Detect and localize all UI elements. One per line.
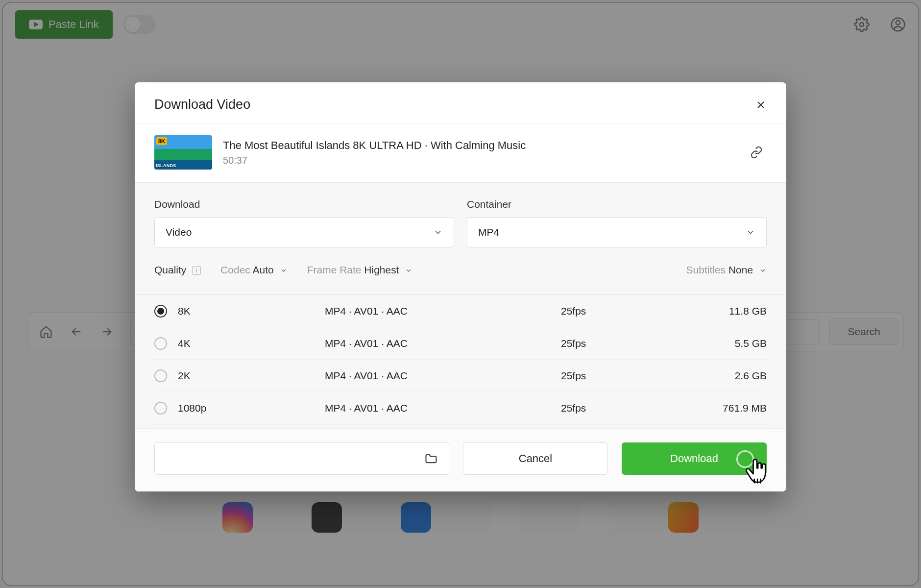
video-thumbnail: 8K ISLANDS	[154, 135, 212, 170]
quality-row[interactable]: 8K MP4 · AV01 · AAC 25fps 11.8 GB	[154, 295, 767, 327]
quality-name: 8K	[178, 305, 325, 317]
copy-link-icon[interactable]	[750, 146, 763, 159]
download-type-group: Download Video	[154, 198, 454, 247]
download-video-modal: Download Video 8K ISLANDS The Most Beaut…	[135, 82, 786, 491]
radio-icon[interactable]	[154, 337, 167, 350]
quality-codec: MP4 · AV01 · AAC	[325, 402, 561, 414]
chevron-down-icon	[433, 227, 443, 237]
quality-codec: MP4 · AV01 · AAC	[325, 338, 561, 349]
quality-name: 1080p	[178, 402, 325, 414]
lightbulb-icon	[129, 21, 137, 28]
container-group: Container MP4	[467, 198, 767, 247]
folder-icon	[424, 452, 438, 466]
chevron-down-icon	[405, 267, 412, 274]
framerate-label: Frame Rate	[307, 264, 362, 275]
modal-header: Download Video	[135, 82, 786, 123]
quality-codec: MP4 · AV01 · AAC	[325, 370, 561, 382]
quality-row[interactable]: 2K MP4 · AV01 · AAC 25fps 2.6 GB	[154, 360, 767, 392]
video-info-row: 8K ISLANDS The Most Beautiful Islands 8K…	[135, 123, 786, 183]
container-label: Container	[467, 198, 767, 210]
quality-size: 2.6 GB	[659, 370, 767, 382]
download-type-label: Download	[154, 198, 454, 210]
container-value: MP4	[478, 226, 499, 238]
modal-footer: Cancel Download	[135, 428, 786, 491]
codec-filter[interactable]: Codec Auto	[220, 264, 287, 276]
chevron-down-icon	[759, 267, 767, 274]
video-info: The Most Beautiful Islands 8K ULTRA HD ·…	[223, 139, 739, 166]
close-icon[interactable]	[755, 99, 767, 111]
quality-fps: 25fps	[561, 370, 659, 382]
chevron-down-icon	[746, 227, 755, 237]
quality-fps: 25fps	[561, 305, 659, 317]
download-type-select[interactable]: Video	[154, 217, 454, 247]
quality-list: 8K MP4 · AV01 · AAC 25fps 11.8 GB 4K MP4…	[135, 295, 786, 428]
video-title: The Most Beautiful Islands 8K ULTRA HD ·…	[223, 139, 739, 152]
framerate-filter[interactable]: Frame Rate Highest	[307, 264, 413, 276]
subtitles-value: None	[728, 264, 753, 275]
quality-size: 11.8 GB	[659, 305, 767, 317]
thumbnail-badge: 8K	[156, 137, 167, 145]
quality-size: 5.5 GB	[659, 338, 767, 349]
framerate-value: Highest	[364, 264, 399, 275]
filter-row: Quality i Codec Auto Frame Rate Highest …	[154, 264, 767, 290]
quality-label: Quality	[154, 264, 186, 275]
quality-filter[interactable]: Quality i	[154, 264, 201, 276]
thumbnail-caption: ISLANDS	[156, 163, 176, 168]
quality-name: 4K	[178, 338, 325, 349]
quality-row[interactable]: 1080p MP4 · AV01 · AAC 25fps 761.9 MB	[154, 392, 767, 424]
radio-icon[interactable]	[154, 369, 167, 382]
quality-codec: MP4 · AV01 · AAC	[325, 305, 561, 317]
radio-selected-icon[interactable]	[154, 305, 167, 318]
codec-value: Auto	[253, 264, 274, 275]
quality-fps: 25fps	[561, 402, 659, 414]
quality-row[interactable]: 4K MP4 · AV01 · AAC 25fps 5.5 GB	[154, 327, 767, 360]
download-button[interactable]: Download	[622, 442, 767, 475]
video-duration: 50:37	[223, 155, 739, 166]
quality-size: 761.9 MB	[659, 402, 767, 414]
cursor-hand-icon	[743, 458, 770, 488]
subtitles-label: Subtitles	[686, 264, 726, 275]
options-area: Download Video Container MP4 Qualit	[135, 183, 786, 295]
modal-overlay: Download Video 8K ISLANDS The Most Beaut…	[0, 0, 921, 588]
cancel-button[interactable]: Cancel	[463, 442, 608, 475]
info-icon[interactable]: i	[192, 266, 201, 275]
chevron-down-icon	[280, 267, 288, 274]
quality-fps: 25fps	[561, 338, 659, 349]
download-button-label: Download	[670, 452, 718, 465]
destination-folder-box[interactable]	[154, 442, 449, 475]
download-type-value: Video	[166, 226, 192, 238]
radio-icon[interactable]	[154, 402, 167, 415]
modal-title: Download Video	[154, 97, 250, 112]
select-row: Download Video Container MP4	[154, 198, 767, 247]
quality-name: 2K	[178, 370, 325, 382]
container-select[interactable]: MP4	[467, 217, 767, 247]
subtitles-filter[interactable]: Subtitles None	[686, 264, 767, 276]
codec-label: Codec	[220, 264, 250, 275]
